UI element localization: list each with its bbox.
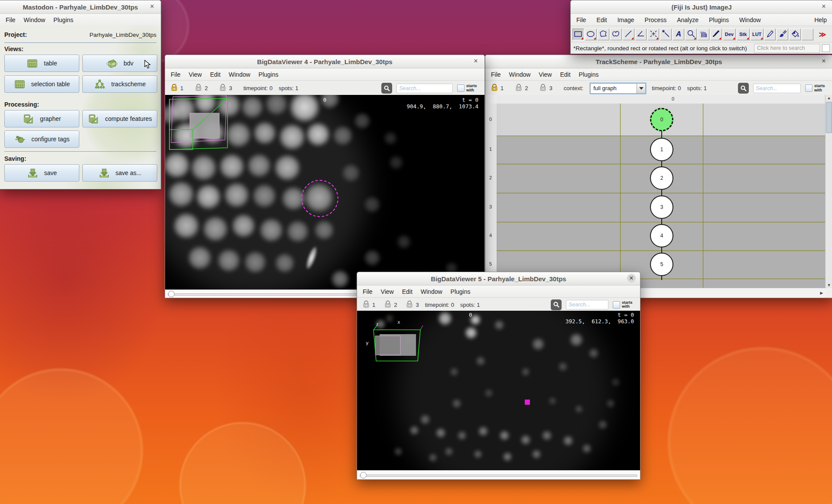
tool-rectangle-button[interactable]: [572, 29, 584, 40]
slider-thumb[interactable]: [360, 472, 367, 478]
search-input[interactable]: [566, 300, 608, 309]
trackscheme-graph[interactable]: 0 1 2 3 4 5: [497, 104, 826, 288]
lock2-icon[interactable]: [384, 300, 392, 309]
tool-empty-slot[interactable]: [802, 29, 813, 40]
context-dropdown[interactable]: full graph: [589, 82, 647, 94]
search-icon[interactable]: [381, 83, 392, 94]
bdv4-titlebar[interactable]: BigDataViewer 4 - Parhyale_LimbDev_30tps…: [165, 55, 484, 68]
more-tools-button[interactable]: ≫: [814, 30, 831, 39]
menu-view[interactable]: View: [189, 71, 202, 78]
tool-brush-button[interactable]: [777, 29, 788, 40]
menu-file[interactable]: File: [6, 16, 16, 23]
spot-node-0[interactable]: 0: [650, 108, 673, 131]
lock2-icon[interactable]: [515, 84, 523, 93]
search-icon[interactable]: [738, 83, 749, 94]
lock2-icon[interactable]: [195, 84, 202, 93]
lock3-icon[interactable]: [219, 84, 227, 93]
lock3-icon[interactable]: [406, 300, 413, 309]
tool-point-button[interactable]: [647, 29, 659, 40]
menu-analyze[interactable]: Analyze: [677, 16, 699, 23]
tool-angle-button[interactable]: [635, 29, 647, 40]
menu-plugins[interactable]: Plugins: [53, 16, 73, 23]
slider-thumb[interactable]: [168, 291, 175, 297]
menu-window[interactable]: Window: [229, 71, 250, 78]
tool-zoom-button[interactable]: [685, 29, 697, 40]
tool-polygon-button[interactable]: [598, 29, 609, 40]
lock3-icon[interactable]: [539, 84, 547, 93]
search-input[interactable]: [396, 84, 453, 93]
menu-file[interactable]: File: [171, 71, 181, 78]
menu-edit[interactable]: Edit: [210, 71, 221, 78]
tool-color-picker-button[interactable]: [710, 29, 722, 40]
imagej-search-input[interactable]: [754, 44, 820, 53]
save-as-button[interactable]: save as...: [82, 164, 157, 182]
menu-image[interactable]: Image: [618, 16, 634, 23]
tool-lut-button[interactable]: LUT: [751, 29, 764, 40]
selected-spot-ellipse[interactable]: [301, 180, 338, 217]
tool-fill-button[interactable]: [789, 29, 801, 40]
grapher-button[interactable]: grapher: [4, 110, 79, 127]
tool-hand-button[interactable]: [698, 29, 709, 40]
imagej-titlebar[interactable]: (Fiji Is Just) ImageJ ×: [571, 0, 832, 14]
configure-tags-button[interactable]: configure tags: [4, 130, 79, 148]
menu-file[interactable]: File: [363, 288, 373, 295]
menu-window[interactable]: Window: [24, 16, 46, 23]
spot-node-4[interactable]: 4: [650, 224, 673, 247]
tool-line-button[interactable]: [623, 29, 634, 40]
lock1-icon[interactable]: [491, 84, 498, 93]
slider-track[interactable]: [360, 475, 637, 477]
scroll-right-icon[interactable]: ▶: [819, 290, 825, 296]
search-input[interactable]: [753, 84, 801, 93]
menu-window[interactable]: Window: [509, 71, 531, 78]
menu-view[interactable]: View: [539, 71, 552, 78]
starts-with-checkbox[interactable]: [805, 85, 812, 92]
tool-pencil-button[interactable]: [764, 29, 776, 40]
lock1-icon[interactable]: [362, 300, 370, 309]
scroll-up-icon[interactable]: ▲: [826, 95, 832, 101]
starts-with-checkbox[interactable]: [613, 301, 620, 309]
menu-view[interactable]: View: [381, 288, 394, 295]
menu-file[interactable]: File: [491, 71, 501, 78]
menu-edit[interactable]: Edit: [597, 16, 607, 23]
menu-plugins[interactable]: Plugins: [709, 16, 729, 23]
bdv4-close-icon[interactable]: ×: [471, 57, 480, 65]
spot-node-1[interactable]: 1: [650, 138, 673, 161]
menu-edit[interactable]: Edit: [402, 288, 413, 295]
bdv5-time-slider[interactable]: [357, 470, 640, 479]
tool-oval-button[interactable]: [585, 29, 597, 40]
spot-node-3[interactable]: 3: [650, 195, 673, 219]
menu-plugins[interactable]: Plugins: [259, 71, 279, 78]
trackscheme-close-icon[interactable]: ×: [819, 57, 828, 65]
bdv4-image-canvas[interactable]: 0 t = 0 904.9, 880.7, 1073.4: [165, 95, 484, 290]
starts-with-checkbox[interactable]: [457, 85, 465, 92]
tool-stk-button[interactable]: Stk: [737, 29, 750, 40]
mastodon-titlebar[interactable]: Mastodon - Parhyale_LimbDev_30tps ×: [0, 0, 161, 14]
menu-window[interactable]: Window: [739, 16, 761, 23]
tool-dev-button[interactable]: Dev: [723, 29, 736, 40]
selection-table-button[interactable]: selection table: [4, 75, 79, 93]
menu-file[interactable]: File: [576, 16, 586, 23]
scrollbar-thumb[interactable]: [826, 102, 832, 133]
table-button[interactable]: table: [4, 55, 79, 72]
bdv5-image-canvas[interactable]: 0 t = 0 392.5, 612.3, 963.0 x y z: [357, 311, 640, 471]
bdv5-close-icon[interactable]: ×: [627, 274, 636, 283]
selected-spot-marker[interactable]: [525, 400, 530, 405]
menu-window[interactable]: Window: [421, 288, 442, 295]
menu-process[interactable]: Process: [645, 16, 667, 23]
save-button[interactable]: save: [4, 164, 79, 182]
mastodon-close-icon[interactable]: ×: [148, 2, 156, 11]
trackscheme-titlebar[interactable]: TrackScheme - Parhyale_LimbDev_30tps ×: [485, 55, 832, 68]
menu-edit[interactable]: Edit: [560, 71, 570, 78]
imagej-close-icon[interactable]: ×: [819, 2, 828, 11]
tool-text-button[interactable]: A: [673, 29, 684, 40]
tool-wand-button[interactable]: [660, 29, 672, 40]
menu-plugins[interactable]: Plugins: [451, 288, 471, 295]
tool-freehand-button[interactable]: [610, 29, 622, 40]
vertical-scrollbar[interactable]: ▲ ▼: [825, 95, 832, 288]
trackscheme-button[interactable]: trackscheme: [82, 75, 157, 93]
compute-features-button[interactable]: compute features: [82, 110, 157, 127]
lock1-icon[interactable]: [170, 84, 178, 93]
spot-node-2[interactable]: 2: [650, 166, 673, 190]
menu-help[interactable]: Help: [814, 16, 827, 23]
scroll-down-icon[interactable]: ▼: [826, 282, 832, 288]
